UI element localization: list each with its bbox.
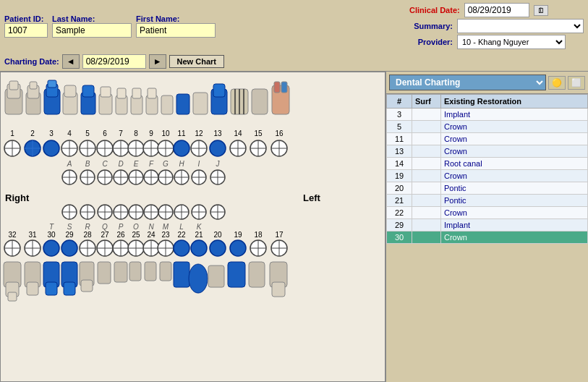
svg-text:B: B: [85, 160, 90, 168]
panel-icon-btn-1[interactable]: 🟡: [548, 76, 566, 90]
svg-rect-25: [213, 84, 225, 97]
svg-text:24: 24: [147, 231, 155, 239]
svg-text:Q: Q: [102, 223, 108, 231]
cell-surf: [412, 170, 441, 182]
cell-num: 19: [387, 170, 412, 182]
dental-charting-dropdown[interactable]: Dental Charting: [389, 75, 546, 90]
patient-id-label: Patient ID:: [4, 14, 48, 23]
table-row[interactable]: 5 Crown: [387, 121, 588, 133]
svg-text:M: M: [163, 223, 169, 231]
svg-text:10: 10: [161, 130, 170, 137]
svg-text:13: 13: [213, 130, 222, 137]
svg-text:Left: Left: [303, 192, 321, 203]
table-row[interactable]: 20 Pontic: [387, 182, 588, 195]
svg-text:32: 32: [8, 231, 17, 239]
cell-surf: [412, 121, 441, 133]
svg-point-243: [189, 264, 208, 293]
svg-text:11: 11: [177, 130, 186, 137]
svg-text:26: 26: [116, 231, 125, 239]
svg-rect-30: [252, 89, 268, 114]
svg-rect-21: [161, 96, 173, 114]
cell-restoration: Crown: [441, 133, 588, 145]
svg-rect-245: [228, 262, 245, 287]
panel-header: Dental Charting 🟡 ⬜: [386, 72, 588, 94]
svg-point-56: [43, 140, 59, 156]
table-row[interactable]: 22 Crown: [387, 207, 588, 219]
svg-text:L: L: [179, 223, 184, 231]
cell-surf: [412, 195, 441, 207]
svg-rect-14: [101, 87, 111, 97]
svg-rect-230: [27, 282, 38, 295]
last-name-input[interactable]: [52, 23, 132, 38]
summary-label: Summary:: [409, 22, 453, 30]
provider-label: Provider:: [409, 38, 453, 46]
svg-point-196: [43, 240, 59, 256]
svg-rect-5: [30, 82, 37, 89]
svg-text:2: 2: [30, 130, 35, 137]
calendar-icon-btn[interactable]: 🗓: [534, 5, 548, 16]
svg-rect-10: [64, 85, 76, 97]
cell-restoration: Crown: [441, 121, 588, 133]
summary-select[interactable]: [457, 19, 584, 33]
table-row[interactable]: 29 Implant: [387, 219, 588, 232]
svg-text:K: K: [197, 223, 203, 231]
svg-text:7: 7: [119, 130, 123, 137]
svg-rect-16: [117, 88, 126, 98]
svg-text:9: 9: [149, 130, 153, 137]
cell-restoration: Crown: [441, 207, 588, 219]
svg-text:14: 14: [234, 130, 242, 137]
provider-select[interactable]: 10 - Khang Nguyer: [457, 35, 566, 49]
date-next-btn[interactable]: ►: [149, 54, 166, 69]
last-name-label: Last Name:: [52, 14, 132, 23]
charting-date-label: Charting Date:: [4, 57, 59, 66]
svg-text:30: 30: [47, 231, 56, 239]
svg-text:P: P: [119, 223, 124, 231]
svg-text:16: 16: [275, 130, 284, 137]
cell-num: 22: [387, 207, 412, 219]
cell-restoration: Root canal: [441, 158, 588, 170]
svg-rect-244: [208, 266, 224, 287]
svg-text:19: 19: [234, 231, 242, 239]
first-name-label: First Name:: [136, 14, 216, 23]
svg-rect-242: [174, 262, 189, 287]
col-header-num: #: [387, 95, 412, 109]
svg-text:31: 31: [28, 231, 37, 239]
svg-rect-237: [98, 262, 111, 284]
table-row[interactable]: 11 Crown: [387, 133, 588, 145]
cell-surf: [412, 207, 441, 219]
table-row[interactable]: 21 Pontic: [387, 195, 588, 207]
date-prev-btn[interactable]: ◄: [62, 54, 80, 69]
table-row[interactable]: 13 Crown: [387, 145, 588, 158]
cell-surf: [412, 133, 441, 145]
new-chart-button[interactable]: New Chart: [169, 55, 224, 68]
svg-text:23: 23: [161, 231, 170, 239]
svg-text:Right: Right: [5, 192, 30, 203]
clinical-date-input[interactable]: [464, 3, 529, 17]
cell-surf: [412, 109, 441, 121]
patient-id-input[interactable]: [4, 23, 48, 38]
svg-text:29: 29: [65, 231, 74, 239]
table-row[interactable]: 14 Root canal: [387, 158, 588, 170]
table-row[interactable]: 30 Crown: [387, 232, 588, 244]
cell-restoration: Implant: [441, 219, 588, 232]
col-header-restoration: Existing Restoration: [441, 95, 588, 109]
svg-text:T: T: [49, 223, 54, 231]
table-row[interactable]: 3 Implant: [387, 109, 588, 121]
charting-date-input[interactable]: [82, 54, 146, 69]
cell-surf: [412, 182, 441, 195]
restoration-table-container: # Surf Existing Restoration 3 Implant 5 …: [386, 94, 588, 382]
svg-rect-33: [281, 82, 287, 93]
svg-text:15: 15: [254, 130, 263, 137]
cell-num: 5: [387, 121, 412, 133]
first-name-input[interactable]: [136, 23, 216, 38]
svg-rect-12: [82, 85, 94, 97]
svg-text:C: C: [102, 160, 108, 168]
svg-point-197: [61, 240, 77, 256]
cell-num: 20: [387, 182, 412, 195]
svg-rect-32: [274, 82, 280, 93]
panel-icon-btn-2[interactable]: ⬜: [568, 76, 585, 90]
table-row[interactable]: 19 Crown: [387, 170, 588, 182]
col-header-surf: Surf: [412, 95, 441, 109]
svg-point-82: [210, 140, 226, 156]
cell-restoration: Pontic: [441, 182, 588, 195]
